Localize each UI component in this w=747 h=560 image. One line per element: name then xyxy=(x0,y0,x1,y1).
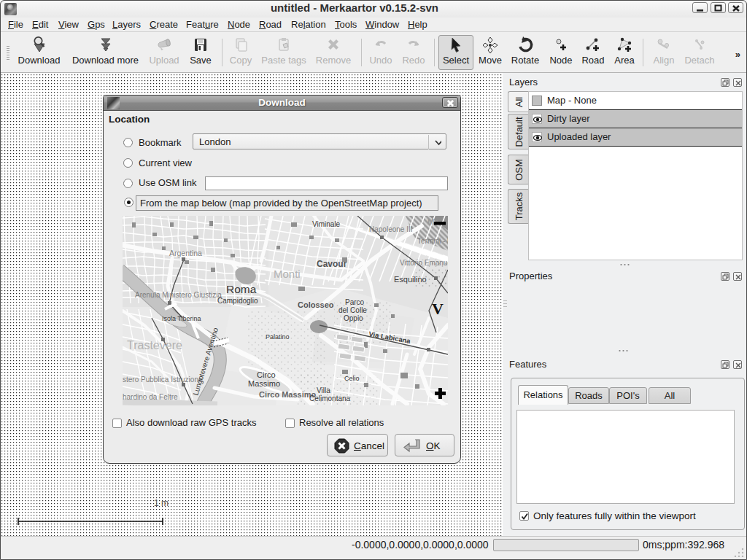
svg-text:Parco: Parco xyxy=(345,298,365,306)
svg-text:Monti: Monti xyxy=(274,268,301,280)
svg-text:stero Pubblica Istruzione: stero Pubblica Istruzione xyxy=(123,376,203,384)
svg-text:hardino da Feltre: hardino da Feltre xyxy=(123,393,178,401)
svg-text:Circo Massimo: Circo Massimo xyxy=(259,390,317,399)
svg-text:Campidoglio: Campidoglio xyxy=(217,297,258,305)
svg-text:Palatino: Palatino xyxy=(266,333,290,341)
svg-text:Argentina: Argentina xyxy=(169,249,202,257)
svg-text:Oppio: Oppio xyxy=(344,314,363,322)
svg-text:V: V xyxy=(432,300,444,318)
svg-text:Termini - La: Termini - La xyxy=(417,237,448,245)
svg-text:Roma: Roma xyxy=(226,283,257,295)
svg-text:Colosseo: Colosseo xyxy=(298,300,334,309)
svg-text:Viminale: Viminale xyxy=(312,220,341,228)
svg-text:Circo: Circo xyxy=(257,370,276,379)
svg-text:Esquilino: Esquilino xyxy=(394,275,427,284)
svg-text:Isola Tiberina: Isola Tiberina xyxy=(162,315,201,322)
svg-text:Villa: Villa xyxy=(317,386,330,394)
svg-text:Arenula Ministero Giustizia: Arenula Ministero Giustizia xyxy=(135,291,222,299)
svg-text:Trastevere: Trastevere xyxy=(127,339,182,351)
svg-text:del Colle: del Colle xyxy=(338,306,367,314)
svg-text:Celimontana: Celimontana xyxy=(309,394,351,402)
svg-text:Massimo: Massimo xyxy=(248,379,280,388)
svg-text:Celio: Celio xyxy=(344,375,360,382)
svg-text:Napoleone III: Napoleone III xyxy=(369,225,413,233)
svg-text:Vittorio Emanuele: Vittorio Emanuele xyxy=(400,259,448,267)
svg-text:Cavour: Cavour xyxy=(317,259,347,269)
